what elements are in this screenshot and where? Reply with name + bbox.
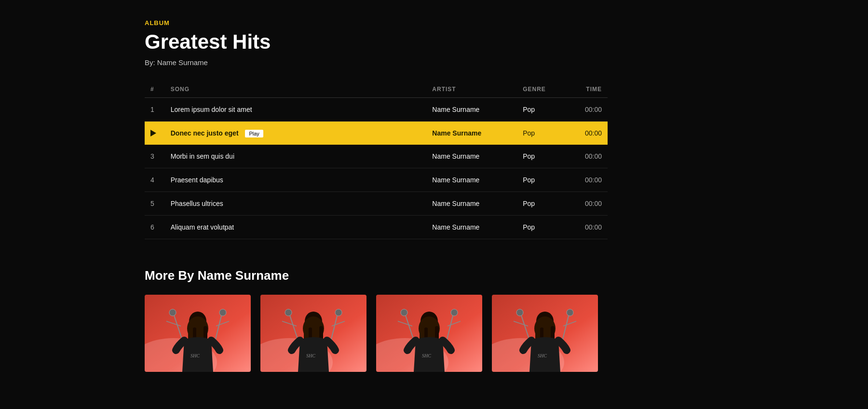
album-title: Greatest Hits <box>145 30 675 54</box>
track-genre: Pop <box>517 122 567 145</box>
album-card[interactable]: SHC <box>145 295 251 372</box>
svg-text:SHC: SHC <box>538 353 547 358</box>
track-time: 00:00 <box>567 216 608 239</box>
album-cards-container: SHC <box>145 295 617 372</box>
svg-text:SHC: SHC <box>190 353 200 358</box>
track-time: 00:00 <box>567 98 608 122</box>
svg-point-43 <box>451 309 458 316</box>
svg-point-10 <box>169 309 176 316</box>
more-section-title: More By Name Surname <box>145 268 617 283</box>
track-artist: Name Surname <box>426 192 517 216</box>
col-header-artist: ARTIST <box>426 81 517 98</box>
svg-text:SHC: SHC <box>422 353 431 358</box>
track-song[interactable]: Morbi in sem quis dui <box>165 145 427 168</box>
table-row[interactable]: 6 Aliquam erat volutpat Name Surname Pop… <box>145 216 608 239</box>
track-artist: Name Surname <box>426 98 517 122</box>
svg-point-13 <box>219 309 226 316</box>
track-artist: Name Surname <box>426 145 517 168</box>
album-card-art: SHC <box>145 295 251 372</box>
album-card[interactable]: SHC <box>260 295 366 372</box>
track-time: 00:00 <box>567 192 608 216</box>
col-header-time: TIME <box>567 81 608 98</box>
track-time: 00:00 <box>567 168 608 192</box>
track-num: 6 <box>145 216 165 239</box>
col-header-num: # <box>145 81 165 98</box>
svg-point-28 <box>335 309 342 316</box>
table-row[interactable]: 3 Morbi in sem quis dui Name Surname Pop… <box>145 145 608 168</box>
album-card[interactable]: SHC <box>376 295 482 372</box>
track-song[interactable]: Phasellus ultrices <box>165 192 427 216</box>
track-num: 3 <box>145 145 165 168</box>
track-time: 00:00 <box>567 145 608 168</box>
album-card-art: SHC <box>376 295 482 372</box>
more-section: More By Name Surname <box>145 268 617 372</box>
track-artist: Name Surname <box>426 122 517 145</box>
svg-point-55 <box>516 309 523 316</box>
track-genre: Pop <box>517 168 567 192</box>
track-num: 1 <box>145 98 165 122</box>
play-icon <box>150 130 156 136</box>
track-song[interactable]: Praesent dapibus <box>165 168 427 192</box>
track-artist: Name Surname <box>426 168 517 192</box>
track-genre: Pop <box>517 192 567 216</box>
track-num: 5 <box>145 192 165 216</box>
album-card-art: SHC <box>492 295 598 372</box>
track-time: 00:00 <box>567 122 608 145</box>
play-tooltip[interactable]: Play <box>245 130 263 137</box>
track-artist: Name Surname <box>426 216 517 239</box>
col-header-song: SONG <box>165 81 427 98</box>
table-header-row: # SONG ARTIST GENRE TIME <box>145 81 608 98</box>
table-row[interactable]: 5 Phasellus ultrices Name Surname Pop 00… <box>145 192 608 216</box>
table-row[interactable]: 4 Praesent dapibus Name Surname Pop 00:0… <box>145 168 608 192</box>
table-row[interactable]: 1 Lorem ipsum dolor sit amet Name Surnam… <box>145 98 608 122</box>
album-by: By: Name Surname <box>145 58 675 67</box>
track-num <box>145 122 165 145</box>
svg-point-58 <box>567 309 573 316</box>
track-genre: Pop <box>517 98 567 122</box>
table-row[interactable]: Donec nec justo eget Play Name Surname P… <box>145 122 608 145</box>
tracklist-table: # SONG ARTIST GENRE TIME 1 Lorem ipsum d… <box>145 81 608 239</box>
svg-point-25 <box>285 309 292 316</box>
album-label: ALBUM <box>145 19 675 27</box>
track-song[interactable]: Donec nec justo eget Play <box>165 122 427 145</box>
track-song[interactable]: Lorem ipsum dolor sit amet <box>165 98 427 122</box>
col-header-genre: GENRE <box>517 81 567 98</box>
track-genre: Pop <box>517 145 567 168</box>
track-song[interactable]: Aliquam erat volutpat <box>165 216 427 239</box>
svg-text:SHC: SHC <box>306 353 315 358</box>
track-genre: Pop <box>517 216 567 239</box>
album-card[interactable]: SHC <box>492 295 598 372</box>
track-num: 4 <box>145 168 165 192</box>
album-card-art: SHC <box>260 295 366 372</box>
svg-point-40 <box>401 309 407 316</box>
